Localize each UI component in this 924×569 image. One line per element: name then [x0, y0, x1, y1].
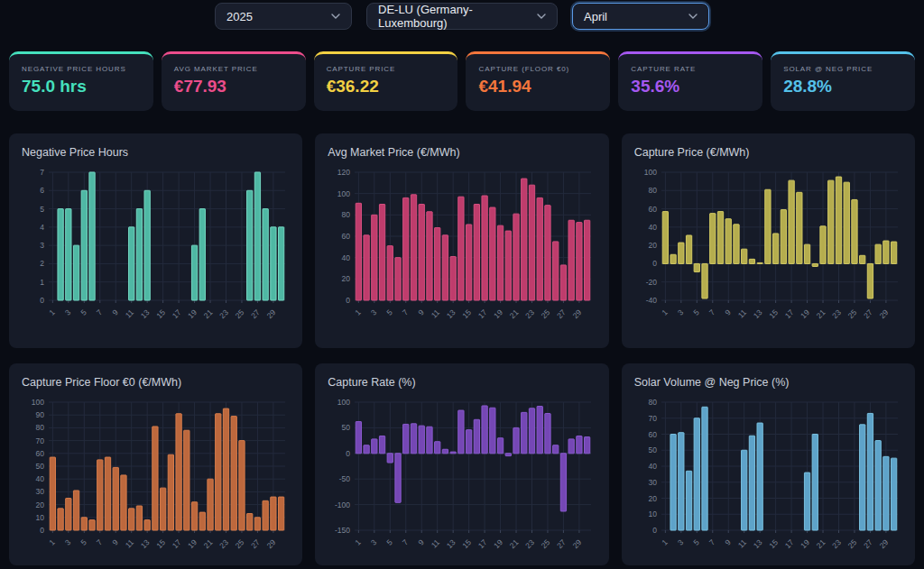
chart-title: Solar Volume @ Neg Price (%) [634, 376, 902, 389]
svg-text:13: 13 [445, 307, 457, 320]
svg-text:21: 21 [508, 537, 521, 550]
svg-text:9: 9 [110, 537, 120, 547]
svg-text:1: 1 [40, 278, 44, 287]
svg-text:0: 0 [346, 296, 351, 305]
svg-text:15: 15 [461, 537, 474, 550]
kpi-card-capture-rate: CAPTURE RATE 35.6% [618, 51, 762, 111]
svg-text:19: 19 [799, 307, 811, 320]
svg-text:40: 40 [648, 462, 657, 471]
svg-text:13: 13 [139, 307, 152, 320]
svg-text:17: 17 [476, 537, 489, 550]
svg-text:100: 100 [32, 398, 44, 407]
svg-text:25: 25 [845, 537, 858, 550]
svg-text:25: 25 [845, 307, 858, 320]
svg-text:11: 11 [735, 307, 748, 320]
svg-text:29: 29 [877, 307, 890, 320]
svg-text:29: 29 [265, 307, 278, 320]
svg-text:9: 9 [417, 537, 427, 547]
svg-text:50: 50 [648, 445, 657, 454]
svg-text:20: 20 [648, 494, 657, 503]
svg-text:15: 15 [767, 537, 780, 550]
svg-text:1: 1 [354, 537, 364, 547]
svg-text:80: 80 [648, 186, 657, 195]
zone-select-value: DE-LU (Germany-Luxembourg) [378, 3, 530, 30]
svg-text:15: 15 [767, 307, 780, 320]
svg-text:80: 80 [342, 210, 351, 219]
svg-text:5: 5 [691, 307, 701, 317]
svg-text:60: 60 [648, 430, 657, 439]
chart-title: Capture Price Floor €0 (€/MWh) [22, 376, 290, 389]
svg-text:7: 7 [95, 307, 105, 317]
svg-text:0: 0 [40, 526, 44, 535]
svg-text:4: 4 [40, 223, 44, 232]
svg-text:3: 3 [63, 537, 73, 547]
svg-text:2: 2 [40, 259, 44, 268]
svg-text:5: 5 [691, 537, 701, 547]
svg-text:23: 23 [523, 537, 536, 550]
svg-text:90: 90 [36, 410, 45, 419]
svg-text:29: 29 [571, 537, 584, 550]
svg-text:21: 21 [814, 537, 827, 550]
svg-text:19: 19 [186, 307, 199, 320]
svg-text:27: 27 [249, 537, 262, 550]
kpi-label: CAPTURE PRICE [327, 65, 446, 73]
zone-select[interactable]: DE-LU (Germany-Luxembourg) [366, 3, 558, 30]
kpi-label: SOLAR @ NEG PRICE [783, 65, 902, 73]
kpi-card-capture-price: CAPTURE PRICE €36.22 [314, 51, 458, 111]
year-select[interactable]: 2025 [215, 3, 352, 30]
chart-panel-solar-volume: Solar Volume @ Neg Price (%) 01020304050… [622, 363, 915, 565]
svg-text:1: 1 [660, 537, 670, 547]
svg-text:25: 25 [540, 307, 552, 320]
kpi-value: 28.8% [783, 77, 902, 96]
svg-text:7: 7 [40, 168, 44, 177]
month-select[interactable]: April [572, 3, 709, 30]
svg-text:7: 7 [707, 537, 716, 547]
svg-text:17: 17 [782, 537, 795, 550]
svg-text:13: 13 [751, 307, 763, 320]
svg-text:7: 7 [401, 537, 411, 547]
svg-text:7: 7 [95, 537, 105, 547]
svg-text:5: 5 [79, 307, 88, 317]
svg-text:19: 19 [493, 307, 505, 320]
kpi-card-solar-neg-price: SOLAR @ NEG PRICE 28.8% [771, 51, 915, 111]
svg-text:27: 27 [555, 537, 568, 550]
svg-text:15: 15 [154, 307, 167, 320]
svg-text:9: 9 [417, 307, 427, 317]
svg-text:10: 10 [36, 513, 45, 522]
svg-text:27: 27 [249, 307, 262, 320]
svg-text:23: 23 [830, 307, 843, 320]
svg-text:9: 9 [723, 307, 733, 317]
svg-text:10: 10 [648, 509, 657, 519]
svg-text:21: 21 [508, 307, 521, 320]
kpi-card-capture-floor: CAPTURE (FLOOR €0) €41.94 [466, 51, 610, 111]
svg-text:5: 5 [79, 537, 88, 547]
chevron-down-icon [688, 14, 698, 19]
svg-text:70: 70 [648, 414, 657, 423]
svg-text:19: 19 [493, 537, 505, 550]
chart-panel-capture-rate: Capture Rate (%) -150-100-50050100135791… [315, 363, 608, 565]
svg-text:27: 27 [862, 307, 874, 320]
svg-text:11: 11 [430, 307, 442, 320]
svg-text:19: 19 [186, 537, 199, 550]
svg-text:9: 9 [110, 307, 120, 317]
svg-text:20: 20 [342, 274, 351, 283]
svg-text:40: 40 [648, 223, 657, 232]
svg-text:11: 11 [430, 537, 442, 550]
svg-text:11: 11 [124, 537, 136, 550]
svg-text:29: 29 [571, 307, 584, 320]
svg-text:15: 15 [461, 307, 474, 320]
svg-text:120: 120 [337, 168, 350, 177]
filter-bar: 2025 DE-LU (Germany-Luxembourg) April [0, 0, 924, 30]
svg-text:0: 0 [346, 449, 351, 458]
svg-text:15: 15 [154, 537, 167, 550]
month-select-value: April [584, 10, 607, 23]
svg-text:0: 0 [652, 526, 657, 535]
kpi-card-avg-market-price: AVG MARKET PRICE €77.93 [162, 51, 306, 111]
svg-text:60: 60 [648, 205, 657, 214]
chevron-down-icon [537, 14, 546, 19]
kpi-label: NEGATIVE PRICE HOURS [22, 65, 141, 73]
svg-text:50: 50 [342, 423, 351, 432]
charts-grid: Negative Price Hours 0123456713579111315… [0, 133, 924, 565]
svg-text:19: 19 [799, 537, 811, 550]
svg-text:25: 25 [234, 537, 246, 550]
